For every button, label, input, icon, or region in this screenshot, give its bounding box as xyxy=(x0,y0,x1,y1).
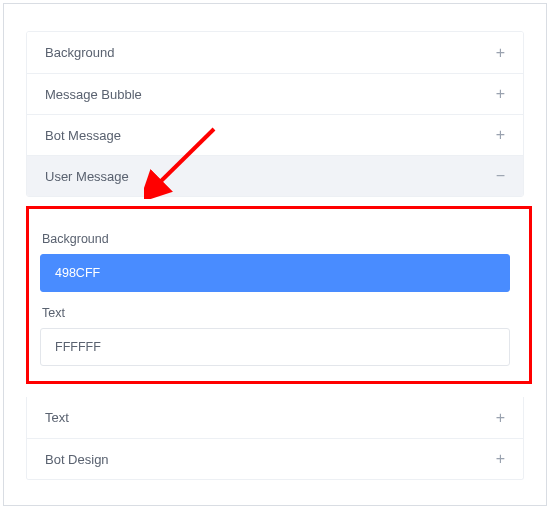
accordion-label: Bot Message xyxy=(45,128,121,143)
accordion-label: Bot Design xyxy=(45,452,109,467)
settings-frame: Background + Message Bubble + Bot Messag… xyxy=(3,3,547,506)
accordion-label: User Message xyxy=(45,169,129,184)
text-color-input[interactable] xyxy=(40,328,510,366)
plus-icon: + xyxy=(496,127,505,143)
accordion-item-bot-design[interactable]: Bot Design + xyxy=(27,438,523,479)
background-color-input[interactable] xyxy=(40,254,510,292)
plus-icon: + xyxy=(496,45,505,61)
plus-icon: + xyxy=(496,451,505,467)
background-field-label: Background xyxy=(42,232,510,246)
plus-icon: + xyxy=(496,86,505,102)
accordion-item-message-bubble[interactable]: Message Bubble + xyxy=(27,73,523,114)
accordion-label: Text xyxy=(45,410,69,425)
accordion-label: Background xyxy=(45,45,114,60)
minus-icon: − xyxy=(496,168,505,184)
accordion-label: Message Bubble xyxy=(45,87,142,102)
accordion-item-text[interactable]: Text + xyxy=(27,397,523,438)
plus-icon: + xyxy=(496,410,505,426)
accordion-panel-bottom: Text + Bot Design + xyxy=(26,397,524,480)
accordion-item-background[interactable]: Background + xyxy=(27,32,523,73)
accordion-panel-top: Background + Message Bubble + Bot Messag… xyxy=(26,31,524,197)
accordion-item-user-message[interactable]: User Message − xyxy=(27,155,523,196)
user-message-body: Background Text xyxy=(26,214,524,380)
text-field-label: Text xyxy=(42,306,510,320)
accordion-item-bot-message[interactable]: Bot Message + xyxy=(27,114,523,155)
